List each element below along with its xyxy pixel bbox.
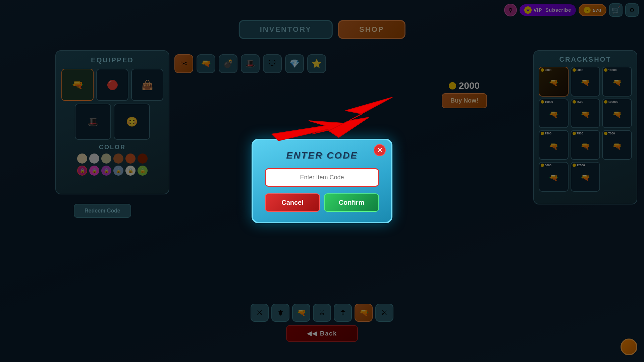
modal-close-button[interactable]: ✕ bbox=[374, 144, 386, 156]
modal-title: ENTER CODE bbox=[265, 150, 379, 161]
confirm-button[interactable]: Confirm bbox=[324, 193, 379, 212]
svg-marker-2 bbox=[272, 121, 356, 141]
cancel-button[interactable]: Cancel bbox=[265, 193, 320, 212]
enter-code-modal: ✕ ENTER CODE Cancel Confirm bbox=[252, 139, 392, 223]
modal-input-wrapper bbox=[265, 168, 379, 187]
modal-overlay: ✕ ENTER CODE Cancel Confirm bbox=[0, 0, 644, 362]
modal-buttons: Cancel Confirm bbox=[265, 193, 379, 212]
item-code-input[interactable] bbox=[269, 171, 375, 184]
